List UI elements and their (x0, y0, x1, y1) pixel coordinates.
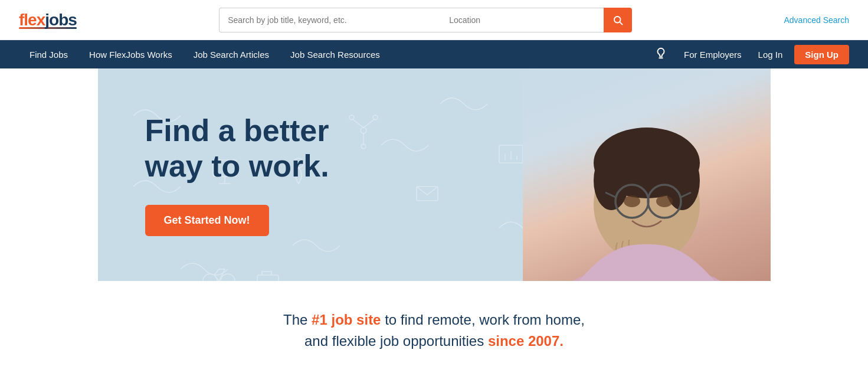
bulb-icon (650, 47, 672, 63)
logo-flex: flex (19, 11, 45, 29)
job-search-input[interactable] (219, 8, 441, 32)
get-started-button[interactable]: Get Started Now! (145, 205, 269, 236)
nav-right: For Employers Log In Sign Up (650, 45, 849, 64)
person-svg (523, 68, 771, 281)
hero-title: Find a better way to work. (145, 113, 487, 184)
nav-articles[interactable]: Job Search Articles (183, 40, 280, 68)
nav-left: Find Jobs How FlexJobs Works Job Search … (19, 40, 391, 68)
svg-point-48 (656, 195, 673, 207)
nav-login[interactable]: Log In (754, 50, 788, 60)
hero-content: Find a better way to work. Get Started N… (98, 68, 523, 281)
logo-text: flexjobs (19, 11, 77, 29)
signup-button[interactable]: Sign Up (794, 45, 849, 64)
main-nav: Find Jobs How FlexJobs Works Job Search … (0, 40, 868, 68)
svg-line-1 (620, 22, 623, 24)
hero-image (523, 68, 771, 281)
nav-how-it-works[interactable]: How FlexJobs Works (78, 40, 183, 68)
tagline-highlight-1: #1 job site (312, 312, 381, 328)
logo-jobs: jobs (45, 11, 77, 29)
search-button[interactable] (604, 8, 632, 32)
nav-for-employers[interactable]: For Employers (679, 50, 746, 60)
site-header: flexjobs Advanced Search (0, 0, 868, 40)
location-search-input[interactable] (441, 8, 604, 32)
advanced-search-link[interactable]: Advanced Search (784, 15, 849, 25)
hero-banner: Find a better way to work. Get Started N… (98, 68, 771, 281)
nav-resources[interactable]: Job Search Resources (280, 40, 391, 68)
search-icon (612, 15, 623, 25)
tagline-section: The #1 job site to find remote, work fro… (0, 281, 868, 371)
tagline-text: The #1 job site to find remote, work fro… (19, 309, 849, 352)
tagline-highlight-2: since 2007. (488, 333, 564, 349)
logo[interactable]: flexjobs (19, 11, 77, 29)
search-bar (219, 8, 632, 32)
nav-find-jobs[interactable]: Find Jobs (19, 40, 78, 68)
svg-point-47 (624, 195, 640, 207)
